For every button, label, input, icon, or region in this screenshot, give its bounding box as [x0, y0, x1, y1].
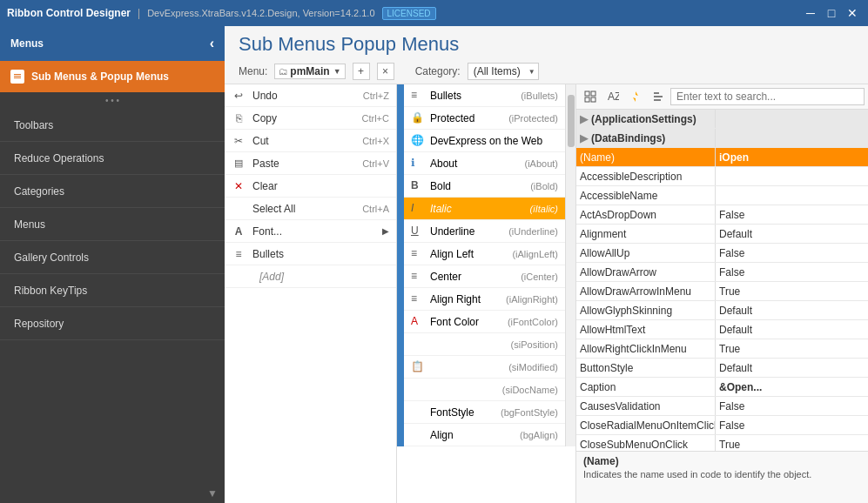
remove-menu-button[interactable]: ×	[377, 63, 394, 80]
italic-item-icon: I	[411, 202, 425, 216]
props-row-close-radial-menu[interactable]: CloseRadialMenuOnItemClick False	[576, 416, 868, 435]
category-label: Category:	[415, 65, 461, 77]
about-item-icon: ℹ	[411, 157, 425, 171]
page-title: Sub Menus Popup Menus	[239, 33, 459, 55]
props-categorized-button[interactable]	[580, 86, 601, 107]
category-select[interactable]: (All Items)	[468, 63, 539, 80]
svg-text:AZ: AZ	[608, 91, 619, 103]
properties-panel: AZ	[576, 84, 868, 503]
svg-rect-5	[585, 97, 589, 102]
props-group-app-settings[interactable]: ▶ (ApplicationSettings)	[576, 110, 868, 129]
gallery-item-underline[interactable]: U Underline (iUnderline)	[404, 220, 565, 243]
props-row-allow-all-up[interactable]: AllowAllUp False	[576, 244, 868, 263]
props-row-act-as-dropdown[interactable]: ActAsDropDown False	[576, 205, 868, 225]
sidebar-collapse-button[interactable]: ‹	[210, 36, 214, 51]
menu-dropdown-icon[interactable]: ▼	[333, 67, 341, 76]
props-row-caption[interactable]: Caption &Open...	[576, 378, 868, 397]
sidebar-down-arrow-icon: ▼	[207, 487, 218, 500]
sidebar-item-reduce-operations[interactable]: Reduce Operations	[0, 142, 225, 175]
props-row-close-submenu-click[interactable]: CloseSubMenuOnClick True	[576, 435, 868, 451]
maximize-button[interactable]: □	[823, 4, 840, 22]
clear-icon: ✕	[232, 180, 246, 192]
sidebar-item-menus[interactable]: Menus	[0, 208, 225, 241]
menu-item-copy[interactable]: ⎘ Copy Ctrl+C	[225, 107, 396, 130]
menu-panel: ↩ Undo Ctrl+Z ⎘ Copy Ctrl+C ✂ Cut Ctrl+X…	[225, 84, 397, 503]
props-row-allow-html-text[interactable]: AllowHtmlText Default	[576, 320, 868, 339]
gallery-item-bold[interactable]: B Bold (iBold)	[404, 175, 565, 198]
props-row-causes-validation[interactable]: CausesValidation False	[576, 397, 868, 416]
sidebar-item-sub-menus[interactable]: Sub Menus & Popup Menus	[0, 61, 225, 92]
si-docname-icon	[411, 383, 425, 397]
underline-item-icon: U	[411, 225, 425, 238]
menu-item-label: Undo	[252, 90, 356, 102]
props-row-allow-glyph-skinning[interactable]: AllowGlyphSkinning Default	[576, 301, 868, 320]
props-row-alignment[interactable]: Alignment Default	[576, 225, 868, 244]
expand-icon: ▶	[580, 113, 588, 125]
title-bar: Ribbon Control Designer | DevExpress.Xtr…	[0, 0, 868, 26]
gallery-item-align-left[interactable]: ≡ Align Left (iAlignLeft)	[404, 243, 565, 265]
menu-label: Menu:	[239, 65, 267, 77]
props-row-allow-draw-arrow[interactable]: AllowDrawArrow False	[576, 263, 868, 282]
props-row-allow-draw-arrow-menu[interactable]: AllowDrawArrowInMenu True	[576, 282, 868, 301]
properties-search-input[interactable]	[670, 88, 865, 105]
menu-item-select-all[interactable]: Select All Ctrl+A	[225, 198, 396, 220]
sidebar-header-label: Menus	[10, 37, 44, 50]
props-group-data-bindings[interactable]: ▶ (DataBindings)	[576, 129, 868, 148]
props-row-name[interactable]: (Name) iOpen	[576, 148, 868, 167]
properties-toolbar: AZ	[576, 84, 868, 110]
menu-item-undo[interactable]: ↩ Undo Ctrl+Z	[225, 84, 396, 107]
gallery-item-si-docname[interactable]: (siDocName)	[404, 379, 565, 401]
gallery-item-fontstyle[interactable]: FontStyle (bgFontStyle)	[404, 401, 565, 424]
gallery-item-about[interactable]: ℹ About (iAbout)	[404, 152, 565, 175]
menu-item-bullets[interactable]: ≡ Bullets	[225, 243, 396, 265]
menu-icon: 🗂	[279, 66, 288, 77]
gallery-item-bullets[interactable]: ≡ Bullets (iBullets)	[404, 84, 565, 107]
gallery-item-protected[interactable]: 🔒 Protected (iProtected)	[404, 107, 565, 130]
close-button[interactable]: ✕	[844, 4, 861, 22]
props-row-accessible-desc[interactable]: AccessibleDescription	[576, 167, 868, 186]
menu-value: pmMain	[290, 65, 329, 77]
fontstyle-item-icon	[411, 406, 425, 419]
props-alphabetical-button[interactable]: AZ	[602, 86, 623, 107]
license-badge: LICENSED	[382, 7, 436, 20]
sidebar-item-toolbars[interactable]: Toolbars	[0, 109, 225, 142]
copy-icon: ⎘	[232, 112, 246, 124]
footer-description: Indicates the name used in code to ident…	[583, 469, 861, 480]
menu-item-font[interactable]: A Font... ▶	[225, 220, 396, 243]
sidebar-item-repository[interactable]: Repository	[0, 307, 225, 340]
footer-title: (Name)	[583, 455, 861, 467]
props-extra-button[interactable]	[648, 86, 669, 107]
gallery-item-align[interactable]: Align (bgAlign)	[404, 424, 565, 446]
menu-item-add[interactable]: [Add]	[225, 265, 396, 288]
sidebar-item-gallery-controls[interactable]: Gallery Controls	[0, 241, 225, 274]
sidebar-item-categories[interactable]: Categories	[0, 175, 225, 208]
svg-rect-2	[14, 77, 21, 78]
gallery-item-devexpress-web[interactable]: 🌐 DevExpress on the Web	[404, 130, 565, 152]
props-row-button-style[interactable]: ButtonStyle Default	[576, 359, 868, 378]
gallery-item-italic[interactable]: I Italic (iItalic)	[404, 198, 565, 220]
gallery-item-center[interactable]: ≡ Center (iCenter)	[404, 265, 565, 288]
undo-icon: ↩	[232, 90, 246, 102]
app-version: DevExpress.XtraBars.v14.2.Design, Versio…	[147, 8, 374, 18]
si-modified-icon: 📋	[411, 360, 425, 374]
sidebar-item-ribbon-keytips[interactable]: Ribbon KeyTips	[0, 274, 225, 307]
svg-rect-0	[14, 74, 21, 75]
gallery-item-align-right[interactable]: ≡ Align Right (iAlignRight)	[404, 288, 565, 311]
menu-item-shortcut: Ctrl+Z	[363, 91, 389, 101]
center-item-icon: ≡	[411, 270, 425, 284]
cut-icon: ✂	[232, 135, 246, 147]
menu-item-clear[interactable]: ✕ Clear	[225, 175, 396, 198]
minimize-button[interactable]: ─	[802, 4, 819, 22]
add-menu-button[interactable]: +	[353, 63, 370, 80]
svg-rect-6	[591, 97, 595, 102]
gallery-item-si-position[interactable]: (siPosition)	[404, 333, 565, 356]
props-events-button[interactable]	[625, 86, 646, 107]
gallery-item-si-modified[interactable]: 📋 (siModified)	[404, 356, 565, 379]
gallery-item-font-color[interactable]: A Font Color (iFontColor)	[404, 311, 565, 333]
props-row-allow-rightclick-menu[interactable]: AllowRightClickInMenu True	[576, 339, 868, 359]
svg-rect-1	[14, 76, 21, 77]
menu-item-cut[interactable]: ✂ Cut Ctrl+X	[225, 130, 396, 152]
props-row-accessible-name[interactable]: AccessibleName	[576, 186, 868, 205]
app-title: Ribbon Control Designer	[7, 7, 131, 19]
menu-item-paste[interactable]: ▤ Paste Ctrl+V	[225, 152, 396, 175]
